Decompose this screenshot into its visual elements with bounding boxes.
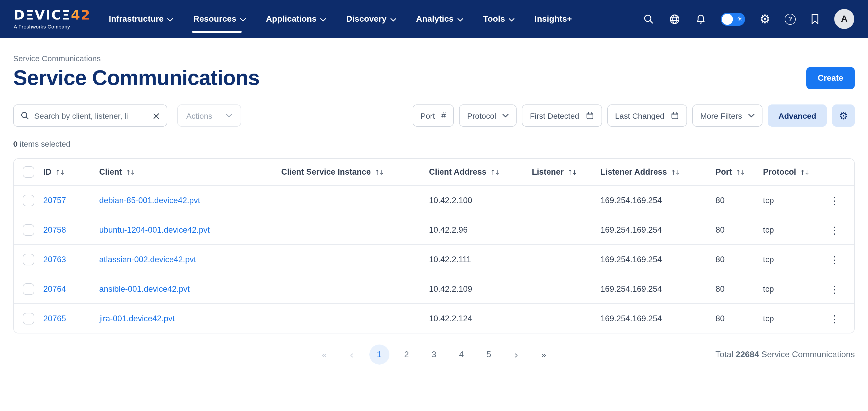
sort-icon: ↑↓ [736,168,745,176]
chevron-down-icon [748,114,755,118]
bell-icon[interactable] [695,13,707,25]
column-header-listener[interactable]: Listener↑↓ [532,167,600,177]
table-settings-gear-icon[interactable]: ⚙ [832,104,855,127]
nav-item-infrastructure[interactable]: Infrastructure [109,0,173,38]
nav-item-label: Infrastructure [109,14,163,24]
nav-item-insights[interactable]: Insights+ [534,0,572,38]
row-checkbox[interactable] [23,283,34,295]
nav-item-tools[interactable]: Tools [483,0,515,38]
advanced-filter-button[interactable]: Advanced [768,104,827,127]
row-checkbox[interactable] [23,313,34,324]
row-checkbox[interactable] [23,194,34,206]
filter-protocol[interactable]: Protocol [459,104,517,127]
nav-item-discovery[interactable]: Discovery [346,0,396,38]
next-page-button[interactable]: › [506,345,526,365]
previous-page-button[interactable]: ‹ [342,345,362,365]
selection-bar: 0 items selected [13,139,855,148]
column-header-id[interactable]: ID↑↓ [43,167,99,177]
nav-item-resources[interactable]: Resources [193,0,246,38]
column-header-port[interactable]: Port↑↓ [715,167,763,177]
row-client-link[interactable]: ansible-001.device42.pvt [99,284,190,294]
page-button-1[interactable]: 1 [369,345,389,365]
page-button-3[interactable]: 3 [424,345,444,365]
column-header-client[interactable]: Client↑↓ [99,167,281,177]
row-listener-address: 169.254.169.254 [600,255,715,264]
kebab-menu-icon[interactable]: ⋮ [826,252,843,266]
last-page-button[interactable]: » [534,345,554,365]
hash-icon: # [441,111,446,120]
sort-icon: ↑↓ [567,168,577,176]
row-id-link[interactable]: 20764 [43,284,66,294]
help-icon[interactable]: ? [785,13,796,25]
nav-item-label: Tools [483,14,505,24]
page-title: Service Communications [13,66,259,90]
device42-logo[interactable]: DΞVICΞ42 A Freshworks Company [14,8,91,30]
filter-last-changed[interactable]: Last Changed [607,104,687,127]
row-listener-address: 169.254.169.254 [600,195,715,205]
row-port: 80 [715,255,763,264]
toggle-knob-icon [722,13,733,25]
row-client-address: 10.42.2.111 [429,255,532,264]
total-count: Total 22684 Service Communications [715,350,855,359]
main-nav: Infrastructure Resources Applications Di… [109,0,572,38]
row-client-link[interactable]: jira-001.device42.pvt [99,314,175,323]
avatar-initial: A [841,14,848,24]
globe-icon[interactable] [669,13,681,25]
row-id-link[interactable]: 20765 [43,314,66,323]
nav-item-label: Resources [193,14,237,24]
filter-port[interactable]: Port # [413,104,454,127]
kebab-menu-icon[interactable]: ⋮ [826,282,843,296]
page-button-4[interactable]: 4 [452,345,471,365]
chevron-down-icon [503,114,509,118]
first-page-button[interactable]: « [314,345,334,365]
breadcrumb[interactable]: Service Communications [13,54,855,63]
page-button-5[interactable]: 5 [479,345,499,365]
filter-first-detected[interactable]: First Detected [522,104,602,127]
kebab-menu-icon[interactable]: ⋮ [826,223,843,236]
bookmark-icon[interactable] [810,13,820,25]
filter-bar: Port # Protocol First Detected Last Chan… [413,104,855,127]
row-port: 80 [715,195,763,205]
row-checkbox[interactable] [23,254,34,265]
filter-first-detected-label: First Detected [530,111,579,120]
actions-button[interactable]: Actions [177,104,241,127]
search-icon[interactable] [643,13,655,25]
chevron-down-icon [390,18,396,21]
table-row: 20764 ansible-001.device42.pvt 10.42.2.1… [14,274,854,304]
kebab-menu-icon[interactable]: ⋮ [826,312,843,325]
filter-port-label: Port [421,111,435,120]
filter-more-filters[interactable]: More Filters [692,104,763,127]
create-button[interactable]: Create [806,67,855,89]
column-header-listener-address[interactable]: Listener Address↑↓ [600,167,715,177]
table-row: 20765 jira-001.device42.pvt 10.42.2.124 … [14,304,854,333]
row-port: 80 [715,314,763,323]
row-id-link[interactable]: 20763 [43,255,66,264]
title-row: Service Communications Create [13,66,855,90]
column-header-client-address[interactable]: Client Address↑↓ [429,167,532,177]
kebab-menu-icon[interactable]: ⋮ [826,193,843,207]
avatar[interactable]: A [834,9,854,29]
search-input[interactable] [34,111,147,120]
row-id-link[interactable]: 20757 [43,195,66,205]
row-protocol: tcp [763,314,816,323]
sort-icon: ↑↓ [55,168,64,176]
table-row: 20758 ubuntu-1204-001.device42.pvt 10.42… [14,215,854,244]
row-id-link[interactable]: 20758 [43,225,66,234]
nav-item-label: Applications [266,14,317,24]
row-client-link[interactable]: debian-85-001.device42.pvt [99,195,200,205]
page-button-2[interactable]: 2 [397,345,416,365]
column-header-client-service-instance[interactable]: Client Service Instance↑↓ [281,167,429,177]
nav-item-applications[interactable]: Applications [266,0,326,38]
chevron-down-icon [226,114,232,118]
theme-toggle[interactable]: ☀ [721,12,745,26]
clear-icon[interactable]: × [152,110,160,121]
row-checkbox[interactable] [23,224,34,235]
row-client-link[interactable]: atlassian-002.device42.pvt [99,255,196,264]
total-prefix: Total [715,350,734,359]
select-all-checkbox[interactable] [23,166,34,178]
column-header-protocol[interactable]: Protocol↑↓ [763,167,816,177]
row-client-link[interactable]: ubuntu-1204-001.device42.pvt [99,225,210,234]
filter-protocol-label: Protocol [467,111,496,120]
gear-icon[interactable]: ⚙ [760,13,770,25]
nav-item-analytics[interactable]: Analytics [416,0,463,38]
